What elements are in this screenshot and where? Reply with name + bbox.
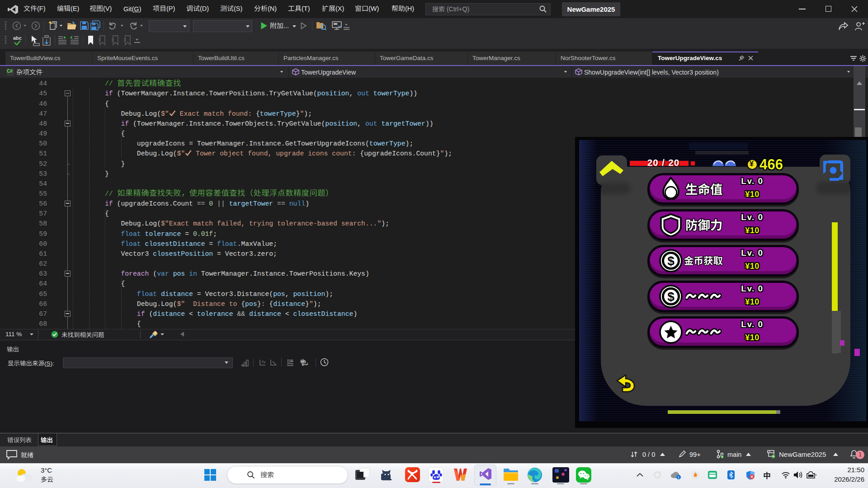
svg-text:ab: ab (300, 358, 305, 363)
svg-text:i: i (678, 475, 679, 479)
svg-text:$: $ (667, 254, 675, 268)
svg-text:$: $ (667, 290, 675, 304)
